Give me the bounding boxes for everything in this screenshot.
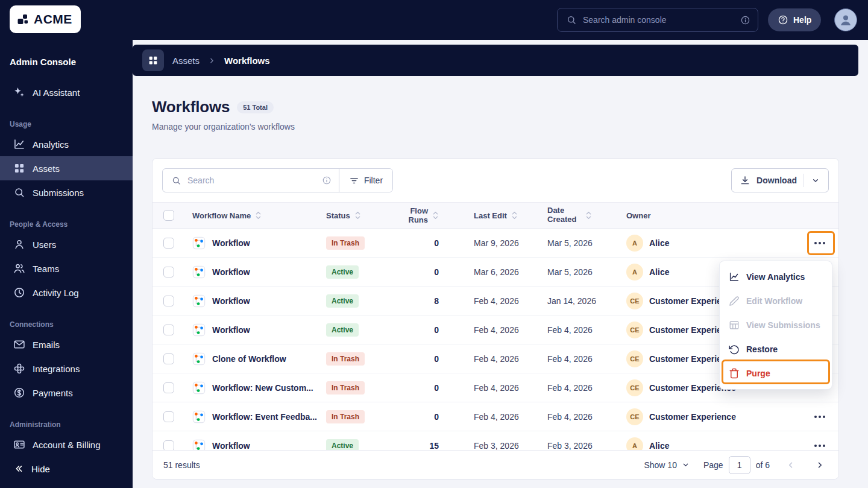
sidebar-item-assets[interactable]: Assets — [0, 156, 133, 180]
column-header-workflow-name[interactable]: Workflow Name — [186, 211, 326, 220]
restore-icon — [729, 344, 740, 355]
sparkle-icon — [13, 86, 25, 98]
previous-page-button — [783, 457, 799, 473]
sidebar-item-teams[interactable]: Teams — [0, 256, 133, 280]
menu-item-purge[interactable]: Purge — [720, 361, 832, 385]
column-header-date-created[interactable]: Date Created — [537, 206, 618, 224]
workflow-name[interactable]: Workflow — [212, 296, 250, 306]
workflow-name[interactable]: Workflow — [212, 441, 250, 451]
sidebar-item-account-billing[interactable]: Account & Billing — [0, 433, 133, 457]
row-checkbox[interactable] — [163, 267, 174, 277]
row-checkbox[interactable] — [163, 353, 174, 364]
owner-avatar: CE — [626, 350, 643, 367]
download-icon — [740, 175, 750, 186]
column-header-last-edit[interactable]: Last Edit — [450, 211, 537, 220]
acme-logo[interactable]: ACME — [10, 5, 81, 33]
last-edit-value: Mar 6, 2026 — [450, 267, 537, 277]
workflow-icon — [192, 352, 206, 366]
column-label: Status — [326, 211, 350, 220]
workflow-icon — [192, 323, 206, 337]
caret-down-icon[interactable] — [811, 176, 820, 185]
owner-avatar: CE — [626, 379, 643, 396]
sidebar-item-payments[interactable]: Payments — [0, 381, 133, 405]
download-button[interactable]: Download — [731, 168, 829, 192]
mail-icon — [13, 338, 25, 350]
filter-icon — [349, 176, 359, 186]
menu-item-restore[interactable]: Restore — [720, 337, 832, 361]
date-created-value: Jan 14, 2026 — [537, 296, 618, 306]
analytics-icon — [729, 271, 740, 282]
page-number-input[interactable] — [729, 456, 750, 474]
row-actions-button[interactable] — [809, 408, 831, 426]
info-icon[interactable] — [322, 176, 332, 185]
owner-avatar: CE — [626, 293, 643, 309]
select-all-checkbox[interactable] — [163, 210, 174, 221]
sidebar-item-integrations[interactable]: Integrations — [0, 356, 133, 381]
user-icon — [13, 238, 25, 250]
last-edit-value: Feb 4, 2026 — [450, 383, 537, 393]
workflow-name[interactable]: Workflow: New Custom... — [212, 383, 313, 393]
last-edit-value: Feb 4, 2026 — [450, 412, 537, 422]
workflow-name[interactable]: Workflow: Event Feedba... — [212, 412, 317, 422]
owner-avatar: CE — [626, 408, 643, 425]
admin-search — [557, 8, 758, 32]
submissions-search-icon — [13, 186, 25, 198]
menu-item-view-analytics[interactable]: View Analytics — [720, 265, 832, 289]
workflow-name[interactable]: Workflow — [212, 325, 250, 335]
chevron-right-icon — [208, 57, 216, 65]
breadcrumb-current: Workflows — [224, 55, 270, 66]
rows-per-page-select[interactable]: Show 10 — [644, 460, 690, 470]
status-badge: Active — [326, 323, 359, 337]
breadcrumb-assets-tile[interactable] — [142, 49, 164, 71]
flow-runs-value: 15 — [392, 441, 450, 451]
sort-icon[interactable] — [585, 211, 592, 220]
sidebar-item-users[interactable]: Users — [0, 232, 133, 256]
workflow-name[interactable]: Clone of Workflow — [212, 354, 286, 364]
sidebar-item-activity-log[interactable]: Activity Log — [0, 280, 133, 305]
workflow-name[interactable]: Workflow — [212, 238, 250, 248]
help-button[interactable]: Help — [768, 8, 821, 31]
section-label-usage: Usage — [10, 120, 123, 128]
sort-icon[interactable] — [432, 211, 439, 220]
workflow-name[interactable]: Workflow — [212, 267, 250, 277]
sidebar-item-emails[interactable]: Emails — [0, 332, 133, 356]
user-avatar[interactable] — [834, 8, 857, 31]
column-header-status[interactable]: Status — [326, 211, 392, 220]
sidebar-item-submissions[interactable]: Submissions — [0, 180, 133, 204]
row-checkbox[interactable] — [163, 440, 174, 451]
sort-icon[interactable] — [354, 211, 361, 220]
filter-button[interactable]: Filter — [339, 169, 392, 192]
row-actions-button[interactable] — [809, 234, 831, 252]
sort-icon[interactable] — [511, 211, 518, 220]
sidebar-item-label: Submissions — [33, 188, 84, 198]
next-page-button[interactable] — [812, 457, 828, 473]
breadcrumb-assets-link[interactable]: Assets — [172, 55, 200, 66]
row-checkbox[interactable] — [163, 325, 174, 335]
row-checkbox[interactable] — [163, 296, 174, 306]
row-checkbox[interactable] — [163, 411, 174, 422]
workflow-icon — [192, 294, 206, 308]
table-search-input[interactable] — [187, 176, 316, 185]
date-created-value: Mar 5, 2026 — [537, 238, 618, 248]
sidebar-item-analytics[interactable]: Analytics — [0, 132, 133, 156]
logo-blocks-icon — [16, 13, 30, 26]
info-icon[interactable] — [740, 15, 750, 25]
sidebar-item-ai-assistant[interactable]: AI Assistant — [0, 80, 133, 104]
person-icon — [838, 13, 853, 27]
sidebar-item-label: AI Assistant — [33, 87, 80, 98]
sort-icon[interactable] — [255, 211, 262, 220]
admin-search-input[interactable] — [583, 15, 734, 25]
column-header-owner[interactable]: Owner — [618, 211, 801, 220]
page-subtitle: Manage your organization's workflows — [152, 122, 295, 132]
column-header-flow-runs[interactable]: Flow Runs — [392, 206, 450, 224]
row-checkbox[interactable] — [163, 382, 174, 393]
download-label: Download — [756, 176, 797, 185]
date-created-value: Feb 3, 2026 — [537, 441, 618, 451]
table-header-row: Workflow Name Status Flow Runs Last Edit… — [153, 202, 838, 229]
workflow-icon — [192, 410, 206, 423]
sidebar-hide-button[interactable]: Hide — [0, 457, 133, 481]
integrations-icon — [13, 363, 25, 375]
workflow-icon — [192, 236, 206, 250]
row-checkbox[interactable] — [163, 238, 174, 249]
owner-name: Alice — [649, 441, 669, 451]
